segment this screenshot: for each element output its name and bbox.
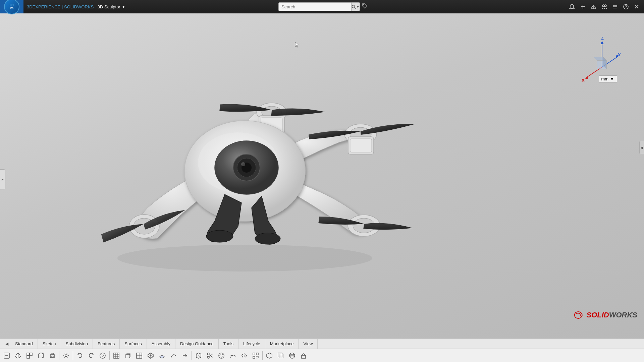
svg-rect-51	[27, 356, 30, 358]
tool-component[interactable]	[24, 350, 35, 361]
tab-assembly[interactable]: Assembly	[147, 339, 175, 349]
svg-point-34	[241, 162, 245, 166]
svg-text:Z: Z	[601, 37, 604, 41]
svg-rect-59	[114, 353, 119, 358]
tool-grid2[interactable]	[134, 350, 145, 361]
tool-select[interactable]	[1, 350, 12, 361]
svg-point-2	[363, 4, 364, 5]
tool-plane[interactable]	[157, 350, 167, 361]
collaborate-btn[interactable]	[600, 3, 608, 11]
notifications-btn[interactable]	[568, 2, 576, 11]
tab-view[interactable]: View	[299, 339, 318, 349]
share-btn[interactable]	[590, 3, 598, 11]
tool-move[interactable]	[13, 350, 23, 361]
tabs-row: ◀ Standard Sketch Subdivision Features S…	[0, 339, 644, 349]
toolbar-row: ?	[0, 349, 644, 362]
left-panel-toggle[interactable]: ►	[0, 169, 5, 189]
help-btn[interactable]: ?	[622, 3, 630, 11]
logo-circle[interactable]: 3D V8	[4, 0, 19, 14]
svg-point-6	[602, 5, 604, 7]
svg-text:?: ?	[102, 354, 104, 358]
tool-section[interactable]	[193, 350, 204, 361]
solidworks-logo: SOLIDWORKS	[573, 310, 637, 320]
svg-text:?: ?	[625, 5, 627, 9]
tab-features[interactable]: Features	[93, 339, 120, 349]
svg-point-0	[352, 5, 355, 8]
search-button[interactable]	[352, 2, 356, 11]
tag-button[interactable]	[362, 3, 368, 11]
add-btn[interactable]	[579, 3, 587, 11]
app-title-area: 3DEXPERIENCE | SOLIDWORKS 3D Sculptor ▼	[23, 4, 129, 9]
toolbar-separator-5	[262, 351, 263, 360]
svg-rect-50	[30, 353, 32, 356]
svg-marker-38	[600, 41, 604, 44]
svg-point-36	[255, 233, 280, 244]
app-product-label: 3DEXPERIENCE | SOLIDWORKS	[27, 4, 94, 9]
tool-shell[interactable]	[216, 350, 227, 361]
tab-standard[interactable]: Standard	[10, 339, 38, 349]
app-name-label: 3D Sculptor	[98, 4, 120, 9]
tool-extrude[interactable]	[298, 350, 309, 361]
svg-line-70	[196, 354, 201, 357]
tool-cube-view[interactable]	[122, 350, 133, 361]
tool-print[interactable]	[47, 350, 58, 361]
svg-point-76	[220, 354, 223, 357]
tab-subdivision[interactable]: Subdivision	[61, 339, 93, 349]
search-dropdown-btn[interactable]: ▼	[356, 2, 360, 11]
svg-text:X: X	[582, 78, 585, 83]
svg-point-15	[117, 245, 372, 272]
close-btn[interactable]	[633, 3, 641, 11]
svg-rect-55	[51, 356, 53, 357]
tool-settings[interactable]	[61, 350, 71, 361]
viewport[interactable]: ►	[0, 13, 644, 345]
right-panel-toggle[interactable]: ◀	[639, 141, 644, 154]
tool-mirror[interactable]	[239, 350, 250, 361]
tab-surfaces[interactable]: Surfaces	[120, 339, 147, 349]
svg-rect-49	[27, 353, 30, 356]
tool-curve[interactable]	[168, 350, 179, 361]
tool-box2[interactable]	[275, 350, 286, 361]
topbar-right: ?	[568, 2, 641, 11]
tool-redo[interactable]	[86, 350, 97, 361]
toolbar-separator-2	[73, 351, 73, 360]
search-box	[278, 2, 352, 11]
svg-rect-83	[278, 353, 282, 357]
unit-dropdown-arrow: ▼	[610, 76, 614, 81]
sw-logo-text: SOLIDWORKS	[586, 311, 637, 319]
tool-grid1[interactable]	[111, 350, 122, 361]
svg-point-35	[206, 230, 233, 242]
tools-btn[interactable]	[611, 3, 619, 11]
tool-arrow[interactable]	[179, 350, 190, 361]
drone-viewport	[60, 44, 429, 285]
svg-rect-80	[253, 356, 255, 358]
tool-mesh[interactable]	[145, 350, 156, 361]
svg-rect-64	[126, 355, 130, 358]
tab-lifecycle[interactable]: Lifecycle	[238, 339, 265, 349]
app-logo[interactable]: 3D V8	[0, 0, 23, 13]
tool-box[interactable]	[36, 350, 46, 361]
toolbar-separator-4	[192, 351, 192, 360]
svg-rect-78	[253, 353, 255, 355]
toolbar-separator-1	[59, 351, 59, 360]
tool-pattern[interactable]	[250, 350, 261, 361]
tool-sphere[interactable]	[287, 350, 298, 361]
tool-help[interactable]: ?	[97, 350, 108, 361]
tab-tools[interactable]: Tools	[219, 339, 238, 349]
svg-text:Y: Y	[618, 52, 621, 57]
search-input[interactable]	[281, 4, 348, 9]
tool-surface[interactable]	[227, 350, 238, 361]
tool-component2[interactable]	[264, 350, 275, 361]
unit-dropdown[interactable]: mm ▼	[599, 75, 617, 82]
tab-sketch[interactable]: Sketch	[38, 339, 61, 349]
svg-point-7	[604, 5, 606, 7]
svg-rect-79	[256, 353, 258, 355]
tool-trim[interactable]	[205, 350, 215, 361]
svg-point-56	[65, 355, 67, 357]
tab-scroll-left[interactable]: ◀	[3, 339, 10, 349]
app-dropdown-btn[interactable]: ▼	[122, 5, 125, 9]
svg-point-75	[219, 353, 224, 358]
tool-undo[interactable]	[74, 350, 85, 361]
tab-marketplace[interactable]: Marketplace	[265, 339, 299, 349]
tab-design-guidance[interactable]: Design Guidance	[175, 339, 219, 349]
topbar: 3D V8 3DEXPERIENCE | SOLIDWORKS 3D Sculp…	[0, 0, 644, 13]
